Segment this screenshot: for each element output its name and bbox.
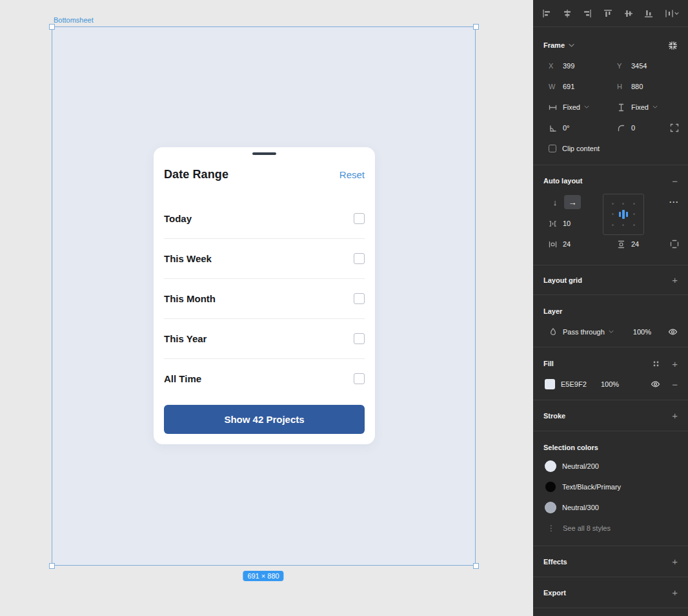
corner-radius-icon <box>617 124 625 132</box>
properties-panel: Frame X 399 Y 3454 <box>533 0 688 616</box>
remove-auto-layout-button[interactable]: − <box>672 176 678 186</box>
section-effects: Effects + <box>533 546 688 577</box>
option-label: All Time <box>164 373 201 384</box>
fill-styles-icon[interactable] <box>652 360 660 368</box>
clip-content-checkbox[interactable] <box>549 145 556 152</box>
effects-title: Effects <box>543 558 567 566</box>
add-stroke-button[interactable]: + <box>672 411 678 420</box>
blend-mode-row: Pass through 100% <box>543 322 678 342</box>
checkbox-today[interactable] <box>354 213 365 224</box>
selection-handle-bottom-right[interactable] <box>473 563 479 569</box>
reset-button[interactable]: Reset <box>339 169 365 180</box>
align-horizontal-centers-icon[interactable] <box>563 9 572 18</box>
independent-padding-icon[interactable] <box>670 240 679 249</box>
vertical-padding-input[interactable]: 24 <box>631 240 639 248</box>
section-stroke: Stroke + <box>533 400 688 431</box>
layer-visibility-eye-icon[interactable] <box>668 328 678 336</box>
checkbox-this-month[interactable] <box>354 293 365 304</box>
sheet-title: Date Range <box>164 168 228 181</box>
color-swatch[interactable] <box>545 502 556 513</box>
blend-mode-icon <box>549 327 557 336</box>
corner-radius-input[interactable]: 0 <box>631 124 635 132</box>
position-row: X 399 Y 3454 <box>543 56 678 76</box>
selection-color-neutral-300[interactable]: Neutral/300 <box>543 497 678 518</box>
fill-hex-input[interactable]: E5E9F2 <box>561 380 601 388</box>
option-row-this-month[interactable]: This Month <box>164 279 365 319</box>
overflow-dots-icon: ⋮ <box>547 524 555 533</box>
frame-type-dropdown[interactable]: Frame <box>543 41 574 49</box>
horizontal-padding-input[interactable]: 24 <box>563 240 571 248</box>
align-bottom-icon[interactable] <box>644 9 653 18</box>
color-style-name: Text/Black/Primary <box>562 483 621 491</box>
add-fill-button[interactable]: + <box>672 359 678 369</box>
alignment-widget[interactable] <box>603 194 644 235</box>
panel-filler <box>533 608 688 616</box>
add-export-button[interactable]: + <box>672 588 678 597</box>
see-all-styles-label: See all 8 styles <box>563 524 611 532</box>
selection-size-badge: 691 × 880 <box>243 571 283 581</box>
independent-corners-icon[interactable] <box>670 123 679 132</box>
color-swatch[interactable] <box>545 460 556 472</box>
chevron-down-icon <box>653 105 658 109</box>
x-value-input[interactable]: 399 <box>563 62 574 70</box>
see-all-styles-button[interactable]: ⋮ See all 8 styles <box>543 518 678 539</box>
design-canvas[interactable]: Bottomsheet Date Range Reset Today This … <box>0 0 533 616</box>
selection-handle-top-left[interactable] <box>49 24 55 30</box>
selection-color-text-black-primary[interactable]: Text/Black/Primary <box>543 477 678 497</box>
item-spacing-input[interactable]: 10 <box>563 220 571 227</box>
layer-opacity-input[interactable]: 100% <box>633 328 651 336</box>
fill-color-swatch[interactable] <box>545 379 555 389</box>
remove-fill-button[interactable]: − <box>672 380 678 389</box>
selection-handle-top-right[interactable] <box>473 24 479 30</box>
frame-name-label[interactable]: Bottomsheet <box>54 16 94 24</box>
add-effect-button[interactable]: + <box>672 557 678 566</box>
show-projects-button[interactable]: Show 42 Projects <box>164 405 365 434</box>
align-right-icon[interactable] <box>583 9 592 18</box>
option-row-today[interactable]: Today <box>164 199 365 239</box>
clip-content-row[interactable]: Clip content <box>543 138 678 159</box>
stroke-title: Stroke <box>543 412 565 420</box>
vertical-resizing-dropdown[interactable]: Fixed <box>631 103 649 111</box>
resize-to-fit-icon[interactable] <box>668 41 678 50</box>
height-label: H <box>617 83 625 90</box>
padding-row: 24 24 <box>543 234 678 254</box>
auto-layout-more-options-button[interactable]: ⋯ <box>669 196 679 208</box>
option-row-all-time[interactable]: All Time <box>164 359 365 398</box>
selection-color-neutral-200[interactable]: Neutral/200 <box>543 456 678 477</box>
option-label: This Week <box>164 253 212 264</box>
horizontal-padding-icon <box>549 240 557 249</box>
export-title: Export <box>543 589 566 597</box>
sheet-header: Date Range Reset <box>154 155 375 181</box>
resizing-row: Fixed Fixed <box>543 97 678 118</box>
option-row-this-week[interactable]: This Week <box>164 239 365 279</box>
height-value-input[interactable]: 880 <box>631 83 643 90</box>
y-value-input[interactable]: 3454 <box>631 62 647 70</box>
direction-vertical-button[interactable]: ↓ <box>549 198 562 207</box>
checkbox-this-week[interactable] <box>354 253 365 264</box>
x-label: X <box>549 62 557 70</box>
option-row-this-year[interactable]: This Year <box>164 319 365 359</box>
selection-handle-bottom-left[interactable] <box>49 563 55 569</box>
align-vertical-centers-icon[interactable] <box>624 9 633 18</box>
align-left-icon[interactable] <box>542 9 551 18</box>
color-swatch[interactable] <box>545 481 556 493</box>
distribute-spacing-icon[interactable] <box>665 9 679 18</box>
checkbox-this-year[interactable] <box>354 333 365 344</box>
fill-color-row: E5E9F2 100% − <box>543 374 678 395</box>
chevron-down-icon <box>569 43 574 48</box>
width-value-input[interactable]: 691 <box>563 83 574 90</box>
fill-visibility-eye-icon[interactable] <box>651 380 660 388</box>
align-top-icon[interactable] <box>603 9 612 18</box>
blend-mode-dropdown[interactable]: Pass through <box>563 328 605 336</box>
y-label: Y <box>617 62 625 70</box>
fill-opacity-input[interactable]: 100% <box>601 380 619 388</box>
color-style-name: Neutral/300 <box>562 504 599 511</box>
rotation-input[interactable]: 0° <box>563 124 570 132</box>
add-layout-grid-button[interactable]: + <box>672 275 678 285</box>
direction-horizontal-button[interactable]: → <box>564 195 581 209</box>
section-frame: Frame X 399 Y 3454 <box>533 27 688 165</box>
checkbox-all-time[interactable] <box>354 373 365 384</box>
horizontal-resizing-dropdown[interactable]: Fixed <box>563 103 580 111</box>
section-selection-colors: Selection colors Neutral/200 Text/Black/… <box>533 431 688 546</box>
figma-app: Bottomsheet Date Range Reset Today This … <box>0 0 688 616</box>
